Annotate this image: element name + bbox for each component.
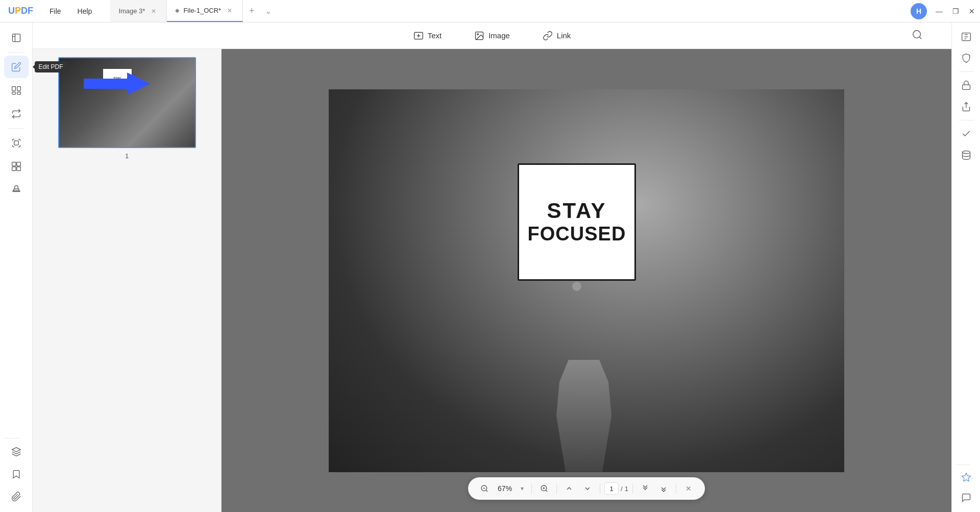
menu-file[interactable]: File <box>41 5 69 17</box>
menu-bar: File Help <box>41 5 100 17</box>
svg-rect-3 <box>12 92 15 94</box>
sidebar-tool-ocr[interactable] <box>4 132 29 154</box>
nav-separator-5 <box>676 483 676 494</box>
right-tool-chat[interactable] <box>956 487 976 508</box>
svg-rect-1 <box>12 87 15 91</box>
layers-icon <box>11 447 21 457</box>
sidebar-bottom <box>4 436 29 508</box>
attachment-icon <box>11 492 21 502</box>
svg-marker-14 <box>84 72 150 95</box>
svg-rect-9 <box>16 167 20 171</box>
right-tool-check[interactable] <box>956 124 976 144</box>
svg-rect-5 <box>14 141 18 145</box>
fit-page-up-button[interactable] <box>561 480 577 497</box>
right-tool-ocr[interactable] <box>956 27 976 47</box>
right-divider-1 <box>959 71 973 72</box>
image-label: Image <box>488 31 510 40</box>
main-content: Edit PDF <box>0 22 980 512</box>
tab-label-file1ocr: File-1_OCR* <box>183 7 221 14</box>
right-divider-3 <box>956 465 970 465</box>
tab-add-button[interactable]: + <box>243 6 261 16</box>
page-separator: / <box>621 485 623 493</box>
edit-pdf-icon <box>11 62 21 72</box>
nav-controls: 67% ▾ <box>468 477 705 500</box>
page-current-input[interactable] <box>604 482 619 495</box>
sidebar-tool-home[interactable] <box>4 27 29 49</box>
image-toolbar-icon <box>474 31 484 41</box>
page-down-more-button[interactable] <box>655 480 672 497</box>
svg-rect-0 <box>12 34 20 42</box>
nav-close-button[interactable]: ✕ <box>680 480 697 497</box>
link-label: Link <box>557 31 571 40</box>
maximize-button[interactable]: ❐ <box>947 3 964 19</box>
text-label: Text <box>428 31 442 40</box>
fit-down-icon <box>583 484 592 493</box>
organize-icon <box>11 85 21 95</box>
sidebar-tool-edit-pdf[interactable]: Edit PDF <box>4 56 29 78</box>
zoom-in-button[interactable] <box>536 480 552 497</box>
svg-rect-18 <box>962 85 970 89</box>
tab-close-image3[interactable]: ✕ <box>149 7 158 16</box>
zoom-dropdown-button[interactable]: ▾ <box>517 480 527 497</box>
right-tool-lock[interactable] <box>956 75 976 95</box>
sign-box: STAY FOCUSED <box>518 163 636 281</box>
right-tool-share[interactable] <box>956 96 976 117</box>
sign-line1: STAY <box>547 199 606 223</box>
right-tool-magic[interactable] <box>956 467 976 487</box>
sidebar-tool-organize[interactable] <box>4 79 29 102</box>
pdf-canvas[interactable]: STAY FOCUSED <box>222 49 951 512</box>
toolbar-text-button[interactable]: Text <box>405 28 450 44</box>
minimize-button[interactable]: — <box>931 3 947 19</box>
svg-rect-6 <box>12 162 16 166</box>
right-tool-protect[interactable] <box>956 48 976 68</box>
batch-icon <box>11 161 21 172</box>
pdf-page: STAY FOCUSED <box>329 89 844 472</box>
fit-page-down-button[interactable] <box>579 480 596 497</box>
svg-point-19 <box>962 151 970 154</box>
svg-rect-8 <box>12 167 16 171</box>
sidebar-tool-batch[interactable] <box>4 155 29 178</box>
home-icon <box>11 33 21 43</box>
app-logo: UPDF <box>0 6 41 16</box>
right-tool-db[interactable] <box>956 145 976 165</box>
check-icon <box>961 129 971 139</box>
bw-background: STAY FOCUSED <box>329 89 844 472</box>
menu-help[interactable]: Help <box>69 5 101 17</box>
edit-pdf-tooltip: Edit PDF <box>35 61 67 72</box>
sidebar-tool-attachment[interactable] <box>4 485 29 508</box>
ocr-right-icon <box>961 32 971 42</box>
db-icon <box>961 150 971 160</box>
avatar[interactable]: H <box>911 3 927 19</box>
text-toolbar-icon <box>413 31 424 41</box>
close-button[interactable]: ✕ <box>964 3 980 19</box>
sidebar-tool-layers[interactable] <box>4 441 29 463</box>
tabs-dropdown-button[interactable]: ⌄ <box>261 6 276 16</box>
right-sidebar <box>951 22 980 512</box>
nav-separator-1 <box>531 483 532 494</box>
sidebar-tool-convert[interactable] <box>4 103 29 125</box>
tab-close-file1ocr[interactable]: ✕ <box>225 6 234 15</box>
magic-icon <box>961 472 971 482</box>
sign-stub <box>572 282 581 291</box>
tab-file1ocr[interactable]: ◆ File-1_OCR* ✕ <box>167 0 243 22</box>
sidebar-tool-stamp[interactable] <box>4 179 29 201</box>
svg-rect-7 <box>16 162 20 166</box>
titlebar: UPDF File Help Image 3* ✕ ◆ File-1_OCR* … <box>0 0 980 22</box>
svg-marker-20 <box>962 473 970 481</box>
zoom-in-icon <box>540 484 548 493</box>
right-divider-2 <box>959 120 973 120</box>
toolbar-image-button[interactable]: Image <box>466 28 518 44</box>
svg-rect-2 <box>17 87 20 91</box>
page-down-button[interactable] <box>637 480 653 497</box>
thumbnail-wrapper[interactable]: STAY 1 <box>58 57 196 160</box>
sign-line2: FOCUSED <box>528 223 626 245</box>
thumb-arrow <box>84 72 150 95</box>
link-toolbar-icon <box>543 31 553 41</box>
page-down-icon <box>641 484 649 493</box>
sidebar-tool-bookmark[interactable] <box>4 463 29 485</box>
search-button[interactable] <box>912 29 923 42</box>
toolbar-link-button[interactable]: Link <box>534 28 579 44</box>
tab-image3[interactable]: Image 3* ✕ <box>110 0 167 22</box>
zoom-out-button[interactable] <box>476 480 493 497</box>
zoom-out-icon <box>480 484 488 493</box>
